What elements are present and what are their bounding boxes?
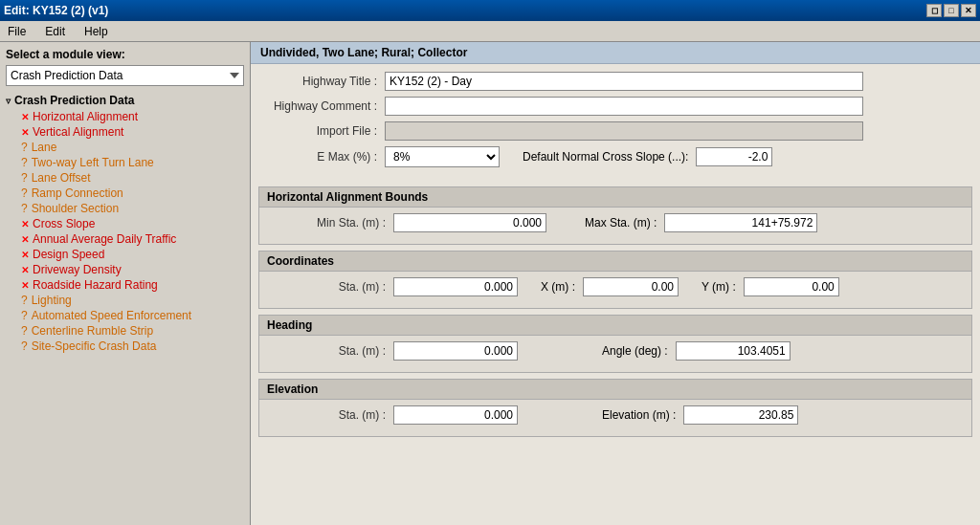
error-icon: ✕ [21, 112, 29, 122]
highway-comment-label: Highway Comment : [262, 99, 377, 113]
tree-item-cross-slope[interactable]: ✕ Cross Slope [21, 216, 244, 231]
tree-item-two-way[interactable]: ? Two-way Left Turn Lane [21, 155, 244, 170]
tree-item-label: Horizontal Alignment [33, 110, 138, 123]
tree-item-ramp-connection[interactable]: ? Ramp Connection [21, 186, 244, 201]
horizontal-alignment-header: Horizontal Alignment Bounds [259, 187, 971, 208]
main-content: Select a module view: Crash Prediction D… [0, 42, 980, 525]
highway-title-label: Highway Title : [262, 75, 377, 88]
left-panel: Select a module view: Crash Prediction D… [0, 42, 251, 525]
x-label: X (m) : [541, 280, 575, 294]
tree-item-crash-data[interactable]: ? Site-Specific Crash Data [21, 339, 244, 354]
sta-bounds-row: Min Sta. (m) : Max Sta. (m) : [271, 213, 960, 232]
heading-form: Sta. (m) : Angle (deg) : [259, 336, 971, 372]
tree-item-shoulder-section[interactable]: ? Shoulder Section [21, 201, 244, 216]
error-icon: ✕ [21, 250, 29, 260]
highway-comment-row: Highway Comment : [262, 97, 969, 116]
coords-sta-input[interactable] [393, 277, 518, 296]
menu-edit[interactable]: Edit [41, 23, 69, 40]
warning-icon: ? [21, 202, 28, 215]
y-input[interactable] [744, 277, 839, 296]
top-header: Undivided, Two Lane; Rural; Collector [251, 42, 980, 64]
tree-item-speed-enforcement[interactable]: ? Automated Speed Enforcement [21, 308, 244, 323]
tree-item-label: Vertical Alignment [33, 125, 123, 139]
horizontal-alignment-form: Min Sta. (m) : Max Sta. (m) : [259, 208, 971, 244]
tree-item-rumble-strip[interactable]: ? Centerline Rumble Strip [21, 323, 244, 339]
elev-sta-input[interactable] [393, 405, 518, 425]
tree-item-lane-offset[interactable]: ? Lane Offset [21, 170, 244, 186]
tree-item-lighting[interactable]: ? Lighting [21, 293, 244, 308]
tree-item-label: Lane [32, 141, 57, 154]
angle-input[interactable] [676, 341, 791, 361]
highway-title-input[interactable] [385, 72, 863, 91]
window-title: Edit: KY152 (2) (v1) [4, 4, 108, 17]
menu-help[interactable]: Help [80, 23, 112, 40]
tree-item-label: Ramp Connection [32, 186, 123, 200]
import-file-input[interactable] [385, 121, 863, 141]
horizontal-alignment-bounds: Horizontal Alignment Bounds Min Sta. (m)… [258, 186, 972, 245]
max-sta-label: Max Sta. (m) : [585, 216, 657, 230]
warning-icon: ? [21, 324, 28, 338]
tree-item-label: Lighting [32, 294, 72, 307]
tree-item-label: Automated Speed Enforcement [32, 309, 191, 322]
elev-sta-label: Sta. (m) : [271, 408, 386, 422]
heading-sta-input[interactable] [393, 341, 518, 361]
coordinates-header: Coordinates [259, 252, 971, 272]
x-input[interactable] [583, 277, 679, 296]
warning-icon: ? [21, 171, 28, 185]
tree-item-vertical-alignment[interactable]: ✕ Vertical Alignment [21, 124, 244, 140]
warning-icon: ? [21, 186, 28, 200]
elevation-header: Elevation [259, 380, 971, 400]
max-sta-input[interactable] [664, 213, 817, 232]
tree-item-label: Centerline Rumble Strip [32, 324, 153, 338]
error-icon: ✕ [21, 127, 29, 138]
tree-item-horizontal-alignment[interactable]: ✕ Horizontal Alignment [21, 109, 244, 124]
default-normal-label: Default Normal Cross Slope (...): [523, 150, 688, 164]
tree-item-design-speed[interactable]: ✕ Design Speed [21, 247, 244, 262]
tree-toggle[interactable]: ▿ [6, 96, 11, 106]
tree-item-roadside-hazard[interactable]: ✕ Roadside Hazard Rating [21, 277, 244, 293]
error-icon: ✕ [21, 234, 29, 245]
warning-icon: ? [21, 294, 28, 307]
warning-icon: ? [21, 156, 28, 169]
coords-sta-label: Sta. (m) : [271, 280, 386, 294]
heading-header: Heading [259, 316, 971, 336]
warning-icon: ? [21, 339, 28, 353]
maximize-button[interactable]: □ [944, 4, 959, 17]
close-button[interactable]: ✕ [961, 4, 976, 17]
e-max-row: E Max (%) : 8% 6% 4% Default Normal Cros… [262, 146, 969, 167]
road-type-label: Undivided, Two Lane; Rural; Collector [260, 46, 467, 59]
error-icon: ✕ [21, 219, 29, 230]
error-icon: ✕ [21, 265, 29, 275]
highway-title-section: Highway Title : Highway Comment : Import… [251, 64, 980, 181]
angle-label: Angle (deg) : [602, 344, 668, 358]
import-file-row: Import File : [262, 121, 969, 141]
default-normal-input[interactable] [696, 147, 772, 166]
tree-item-label: Driveway Density [33, 263, 122, 276]
elevation-row: Sta. (m) : Elevation (m) : [271, 405, 960, 425]
right-panel: Undivided, Two Lane; Rural; Collector Hi… [251, 42, 980, 525]
tree-item-driveway-density[interactable]: ✕ Driveway Density [21, 262, 244, 277]
window-controls: ◻ □ ✕ [926, 4, 976, 17]
tree-item-lane[interactable]: ? Lane [21, 140, 244, 155]
coordinates-row: Sta. (m) : X (m) : Y (m) : [271, 277, 960, 296]
highway-comment-input[interactable] [385, 97, 863, 116]
module-select[interactable]: Crash Prediction Data [6, 65, 244, 86]
e-max-select[interactable]: 8% 6% 4% [385, 146, 500, 167]
tree-item-label: Shoulder Section [32, 202, 119, 215]
tree-item-label: Design Speed [33, 248, 104, 261]
e-max-label: E Max (%) : [262, 150, 377, 164]
import-file-label: Import File : [262, 124, 377, 138]
min-sta-input[interactable] [393, 213, 546, 232]
tree-item-aadt[interactable]: ✕ Annual Average Daily Traffic [21, 231, 244, 247]
elevation-section: Elevation Sta. (m) : Elevation (m) : [258, 379, 972, 437]
menu-file[interactable]: File [4, 23, 30, 40]
error-icon: ✕ [21, 280, 29, 291]
coordinates-section: Coordinates Sta. (m) : X (m) : Y (m) : [258, 251, 972, 309]
min-sta-label: Min Sta. (m) : [271, 216, 386, 230]
module-label: Select a module view: [6, 48, 244, 61]
restore-button[interactable]: ◻ [926, 4, 942, 17]
tree-section: ▿ Crash Prediction Data ✕ Horizontal Ali… [6, 94, 244, 354]
elevation-form: Sta. (m) : Elevation (m) : [259, 400, 971, 436]
warning-icon: ? [21, 309, 28, 322]
elevation-input[interactable] [683, 405, 798, 425]
